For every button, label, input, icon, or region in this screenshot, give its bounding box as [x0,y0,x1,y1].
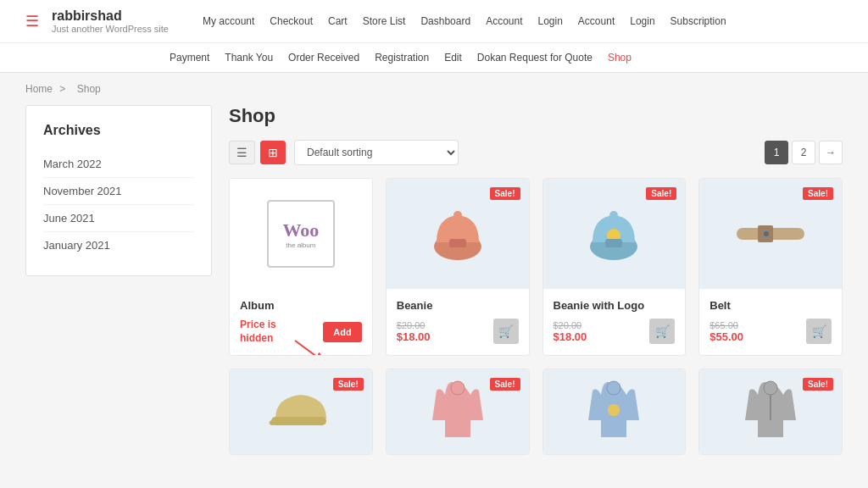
svg-point-18 [764,381,777,395]
album-name: Album [240,299,362,312]
site-title: rabbirshad [52,8,169,24]
nav-subscription[interactable]: Subscription [670,15,726,27]
site-subtitle: Just another WordPress site [52,24,169,34]
belt-image [732,213,809,255]
beanie-logo-info: Beanie with Logo $20.00 $18.00 🛒 [543,289,686,354]
page-title: Shop [229,105,843,127]
belt-cart-button[interactable]: 🛒 [806,319,832,344]
beanie-logo-price-row: $20.00 $18.00 🛒 [554,319,676,344]
product-grid: Woo the album Album Price ishidden Add [229,178,843,356]
svg-point-16 [607,381,620,395]
breadcrumb-current: Shop [77,83,101,95]
product-card-cap: Sale! [229,369,373,455]
beanie-sale-price: $18.00 [397,330,431,343]
belt-price-row: $65.00 $55.00 🛒 [709,319,832,344]
nav-registration[interactable]: Registration [375,52,429,64]
beanie-cart-button[interactable]: 🛒 [493,319,519,344]
shop-toolbar: ☰ ⊞ Default sorting Sort by popularity S… [229,140,843,165]
site-branding: rabbirshad Just another WordPress site [52,8,169,34]
archives-widget: Archives March 2022 November 2021 June 2… [25,105,212,276]
nav-login-2[interactable]: Login [630,15,654,27]
nav-login-1[interactable]: Login [537,15,562,27]
nav-order-received[interactable]: Order Received [288,52,359,64]
belt-prices: $65.00 $55.00 [709,320,743,343]
svg-rect-8 [605,239,622,247]
grid-view-button[interactable]: ⊞ [260,141,286,164]
nav-cart[interactable]: Cart [328,15,348,27]
product-card-beanie: Sale! Beanie $20.00 $18.00 [386,178,530,356]
product-image-hoodie-blue [543,369,686,454]
breadcrumb-separator: > [59,83,65,95]
product-image-hoodie-gray: Sale! [699,369,842,454]
hoodie-blue-image [584,378,643,446]
page-2-button[interactable]: 2 [792,141,815,164]
belt-sale-price: $55.00 [709,330,743,343]
archives-title: Archives [43,123,194,138]
cap-image [267,385,335,440]
list-view-button[interactable]: ☰ [229,141,255,164]
page-next-button[interactable]: → [819,141,843,164]
beanie-price-row: $20.00 $18.00 🛒 [397,319,519,344]
beanie-logo-cart-button[interactable]: 🛒 [649,319,675,344]
svg-point-15 [451,381,465,395]
hamburger-icon[interactable]: ☰ [25,12,39,30]
bottom-product-grid: Sale! Sale! [229,369,843,455]
svg-point-13 [764,231,769,236]
archive-november-2021[interactable]: November 2021 [43,178,194,205]
svg-rect-3 [449,239,466,247]
nav-dashboard[interactable]: Dashboard [420,15,470,27]
nav-dokan-quote[interactable]: Dokan Request for Quote [477,52,593,64]
nav-thank-you[interactable]: Thank You [225,52,273,64]
svg-point-17 [608,404,620,416]
nav-checkout[interactable]: Checkout [270,15,313,27]
sort-select[interactable]: Default sorting Sort by popularity Sort … [294,140,459,165]
beanie-prices: $20.00 $18.00 [397,320,431,343]
belt-sale-badge: Sale! [803,187,833,200]
arrow-annotation [287,336,337,356]
product-card-hoodie-pink: Sale! [386,369,530,455]
beanie-blue-image [580,200,648,268]
beanie-info: Beanie $20.00 $18.00 🛒 [387,289,529,354]
nav-account-1[interactable]: Account [486,15,522,27]
archive-june-2021[interactable]: June 2021 [43,205,194,232]
hoodie-pink-image [428,378,487,446]
nav-my-account[interactable]: My account [203,15,254,27]
breadcrumb-home[interactable]: Home [25,83,53,95]
beanie-logo-sale-badge: Sale! [646,187,676,200]
product-card-album: Woo the album Album Price ishidden Add [229,178,373,356]
album-info: Album Price ishidden Add [230,289,372,355]
belt-info: Belt $65.00 $55.00 🛒 [699,289,842,354]
view-toggles: ☰ ⊞ [229,141,286,164]
nav-edit[interactable]: Edit [444,52,462,64]
product-image-hoodie-pink: Sale! [387,369,529,454]
nav-store-list[interactable]: Store List [363,15,406,27]
beanie-sale-badge: Sale! [490,187,520,200]
product-image-belt: Sale! [699,179,842,289]
beanie-logo-prices: $20.00 $18.00 [554,320,587,343]
nav-payment[interactable]: Payment [170,52,209,64]
archive-list: March 2022 November 2021 June 2021 Janua… [43,151,194,258]
belt-name: Belt [709,299,832,312]
page-1-button[interactable]: 1 [765,141,788,164]
nav-account-2[interactable]: Account [578,15,615,27]
site-header: ☰ rabbirshad Just another WordPress site… [0,0,868,73]
cap-sale-badge: Sale! [333,378,364,391]
product-image-cap: Sale! [230,369,372,454]
woo-image: Woo the album [267,200,335,268]
product-image-album: Woo the album [230,179,372,289]
beanie-pink-image [424,200,492,268]
archive-january-2021[interactable]: January 2021 [43,232,194,258]
svg-line-1 [295,341,327,356]
product-image-beanie: Sale! [387,179,529,289]
beanie-logo-sale-price: $18.00 [554,330,587,343]
archive-march-2022[interactable]: March 2022 [43,151,194,178]
beanie-logo-original-price: $20.00 [554,320,587,330]
product-card-hoodie-blue [542,369,687,455]
product-card-beanie-logo: Sale! Beanie with Logo [542,178,687,356]
svg-rect-14 [271,417,326,425]
header-top: ☰ rabbirshad Just another WordPress site… [0,0,868,43]
product-card-belt: Sale! Belt $65.00 $55.00 [698,178,843,356]
nav-shop[interactable]: Shop [608,52,632,64]
beanie-name: Beanie [397,299,519,312]
beanie-original-price: $20.00 [397,320,431,330]
